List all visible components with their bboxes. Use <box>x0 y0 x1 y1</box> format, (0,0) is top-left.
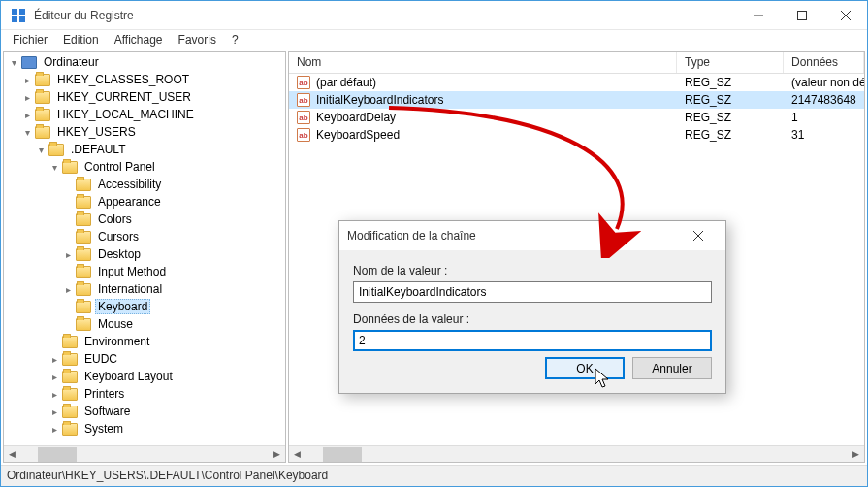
list-row[interactable]: ab(par défaut) REG_SZ (valeur non défini… <box>289 74 864 91</box>
maximize-button[interactable] <box>780 1 823 30</box>
tree-label[interactable]: HKEY_USERS <box>54 124 139 140</box>
menu-file[interactable]: Fichier <box>5 31 55 49</box>
list-row[interactable]: abKeyboardSpeed REG_SZ 31 <box>289 126 864 144</box>
expand-icon[interactable]: ▸ <box>48 406 60 417</box>
scroll-right-icon[interactable]: ▶ <box>269 446 285 463</box>
tree-node[interactable]: Input Method <box>4 263 285 280</box>
list-hscrollbar[interactable]: ◀ ▶ <box>289 445 864 462</box>
expand-icon[interactable] <box>62 196 74 208</box>
expand-icon[interactable] <box>62 301 74 312</box>
folder-icon <box>76 283 91 296</box>
menu-edit[interactable]: Edition <box>55 31 107 49</box>
close-button[interactable] <box>823 1 867 30</box>
expand-icon[interactable]: ▸ <box>21 74 33 85</box>
tree-node[interactable]: Keyboard <box>4 298 285 315</box>
scroll-left-icon[interactable]: ◀ <box>289 446 305 463</box>
scroll-right-icon[interactable]: ▶ <box>848 446 864 463</box>
expand-icon[interactable] <box>48 336 60 347</box>
tree-label[interactable]: Appearance <box>95 194 164 210</box>
expand-icon[interactable]: ▾ <box>21 126 33 138</box>
tree-label[interactable]: Software <box>81 404 133 419</box>
tree-node[interactable]: ▸ HKEY_CLASSES_ROOT <box>4 71 285 88</box>
minimize-button[interactable] <box>736 1 780 30</box>
tree-hscrollbar[interactable]: ◀ ▶ <box>4 445 285 462</box>
expand-icon[interactable] <box>62 266 74 277</box>
tree-node[interactable]: ▾ .DEFAULT <box>4 141 285 158</box>
expand-icon[interactable]: ▸ <box>62 283 74 295</box>
tree-node[interactable]: ▸ Keyboard Layout <box>4 368 285 385</box>
expand-icon[interactable]: ▾ <box>48 161 60 173</box>
expand-icon[interactable]: ▸ <box>48 353 60 365</box>
folder-icon <box>62 423 78 436</box>
expand-icon[interactable] <box>62 213 74 225</box>
tree-label[interactable]: System <box>81 421 126 437</box>
tree-node[interactable]: ▸ Desktop <box>4 245 285 263</box>
tree-node[interactable]: Cursors <box>4 228 285 245</box>
expand-icon[interactable]: ▸ <box>21 91 33 103</box>
scroll-thumb[interactable] <box>323 447 362 462</box>
tree-label[interactable]: HKEY_CURRENT_USER <box>54 89 194 105</box>
value-data-input[interactable] <box>353 330 712 351</box>
menu-help[interactable]: ? <box>224 31 246 49</box>
tree-label[interactable]: Keyboard <box>95 299 150 314</box>
expand-icon[interactable]: ▸ <box>48 423 60 435</box>
tree-node[interactable]: ▸ System <box>4 420 285 438</box>
computer-icon <box>21 56 37 69</box>
expand-icon[interactable]: ▾ <box>8 56 19 68</box>
scroll-thumb[interactable] <box>38 447 77 462</box>
expand-icon[interactable] <box>62 318 74 330</box>
tree-label[interactable]: Mouse <box>95 316 136 332</box>
tree-label[interactable]: Cursors <box>95 229 142 244</box>
ok-button[interactable]: OK <box>545 357 625 379</box>
list-row[interactable]: abKeyboardDelay REG_SZ 1 <box>289 109 864 126</box>
tree-label[interactable]: Environment <box>81 334 152 349</box>
menu-favorites[interactable]: Favoris <box>171 31 224 49</box>
tree-node[interactable]: Colors <box>4 211 285 228</box>
expand-icon[interactable] <box>62 231 74 243</box>
tree-node[interactable]: ▸ HKEY_LOCAL_MACHINE <box>4 106 285 123</box>
tree-node[interactable]: ▸ International <box>4 280 285 298</box>
tree-node[interactable]: ▾ Ordinateur <box>4 53 285 71</box>
expand-icon[interactable]: ▸ <box>48 388 60 400</box>
expand-icon[interactable]: ▸ <box>21 109 33 120</box>
tree-label[interactable]: Ordinateur <box>41 54 102 70</box>
tree-label[interactable]: Control Panel <box>81 159 158 175</box>
expand-icon[interactable]: ▾ <box>35 144 47 155</box>
tree-pane[interactable]: ▾ Ordinateur ▸ HKEY_CLASSES_ROOT ▸ HKEY_… <box>3 51 286 463</box>
tree-node[interactable]: ▾ Control Panel <box>4 158 285 176</box>
tree-node[interactable]: ▸ HKEY_CURRENT_USER <box>4 88 285 106</box>
value-name-input[interactable] <box>353 281 712 303</box>
expand-icon[interactable]: ▸ <box>48 371 60 382</box>
tree-node[interactable]: Appearance <box>4 193 285 211</box>
tree-node[interactable]: ▸ Printers <box>4 385 285 403</box>
tree-label[interactable]: Desktop <box>95 246 144 262</box>
scroll-left-icon[interactable]: ◀ <box>4 446 20 463</box>
expand-icon[interactable]: ▸ <box>62 248 74 260</box>
tree-label[interactable]: HKEY_CLASSES_ROOT <box>54 72 192 87</box>
list-row[interactable]: abInitialKeyboardIndicators REG_SZ 21474… <box>289 91 864 109</box>
tree-node[interactable]: Accessibility <box>4 176 285 193</box>
tree-label[interactable]: Input Method <box>95 264 169 279</box>
cancel-button[interactable]: Annuler <box>632 357 712 379</box>
tree-node[interactable]: Environment <box>4 333 285 350</box>
tree-label[interactable]: International <box>95 281 165 297</box>
folder-icon <box>62 406 78 418</box>
tree-label[interactable]: EUDC <box>81 351 120 367</box>
menu-view[interactable]: Affichage <box>107 31 171 49</box>
tree-label[interactable]: .DEFAULT <box>68 142 128 157</box>
col-type[interactable]: Type <box>677 52 784 73</box>
col-data[interactable]: Données <box>784 52 864 73</box>
tree-label[interactable]: Accessibility <box>95 177 164 192</box>
tree-label[interactable]: Printers <box>81 386 127 402</box>
tree-node[interactable]: ▾ HKEY_USERS <box>4 123 285 141</box>
tree-node[interactable]: ▸ Software <box>4 403 285 420</box>
col-name[interactable]: Nom <box>289 52 677 73</box>
tree-node[interactable]: ▸ EUDC <box>4 350 285 368</box>
tree-label[interactable]: Keyboard Layout <box>81 369 176 384</box>
dialog-close-button[interactable] <box>679 222 718 249</box>
tree-label[interactable]: Colors <box>95 211 135 227</box>
tree-label[interactable]: HKEY_LOCAL_MACHINE <box>54 107 197 122</box>
menubar: Fichier Edition Affichage Favoris ? <box>1 30 867 49</box>
tree-node[interactable]: Mouse <box>4 315 285 333</box>
expand-icon[interactable] <box>62 179 74 190</box>
